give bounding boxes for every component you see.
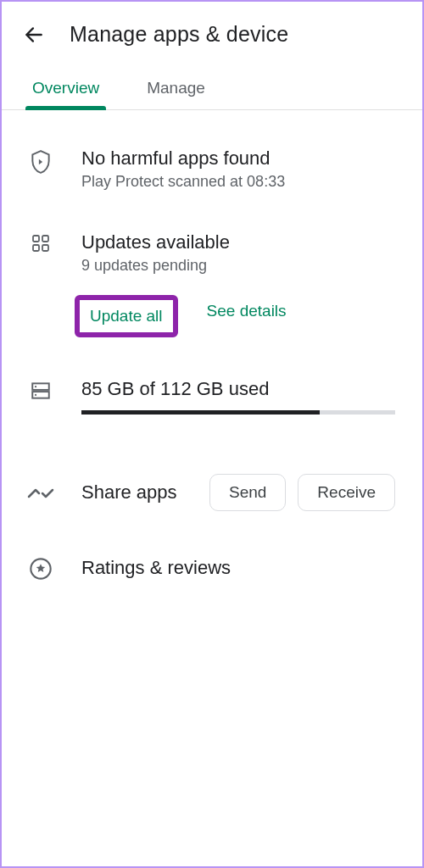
nearby-share-icon [27,485,54,502]
svg-rect-1 [42,236,48,242]
send-button[interactable]: Send [209,474,286,511]
update-all-button[interactable]: Update all [90,307,163,326]
play-protect-row[interactable]: No harmful apps found Play Protect scann… [27,147,395,191]
tab-manage[interactable]: Manage [140,64,212,109]
share-row: Share apps Send Receive [27,474,395,511]
protect-title: No harmful apps found [81,147,395,170]
storage-row[interactable]: 85 GB of 112 GB used [27,378,395,415]
receive-button[interactable]: Receive [298,474,395,511]
updates-subtitle: 9 updates pending [81,257,395,275]
protect-subtitle: Play Protect scanned at 08:33 [81,173,395,191]
ratings-label: Ratings & reviews [81,557,231,579]
ratings-row[interactable]: Ratings & reviews [27,555,395,581]
svg-point-7 [35,394,36,396]
svg-rect-3 [42,245,48,251]
share-label: Share apps [81,481,209,504]
updates-title: Updates available [81,231,395,253]
storage-text: 85 GB of 112 GB used [81,378,395,400]
svg-point-6 [35,386,36,387]
storage-progress [81,410,395,415]
storage-progress-fill [81,410,320,415]
page-title: Manage apps & device [70,22,288,47]
back-icon[interactable] [22,23,46,47]
content: No harmful apps found Play Protect scann… [2,110,422,581]
shield-icon [27,149,54,175]
svg-rect-2 [33,245,39,251]
highlight-annotation: Update all [75,295,178,337]
updates-row: Updates available 9 updates pending Upda… [27,231,395,337]
tab-overview[interactable]: Overview [25,64,106,109]
header: Manage apps & device [2,2,422,64]
storage-icon [27,380,54,402]
star-circle-icon [27,557,54,581]
svg-rect-0 [33,236,39,242]
apps-icon [27,233,54,253]
tabs: Overview Manage [2,64,422,110]
see-details-button[interactable]: See details [204,295,290,337]
